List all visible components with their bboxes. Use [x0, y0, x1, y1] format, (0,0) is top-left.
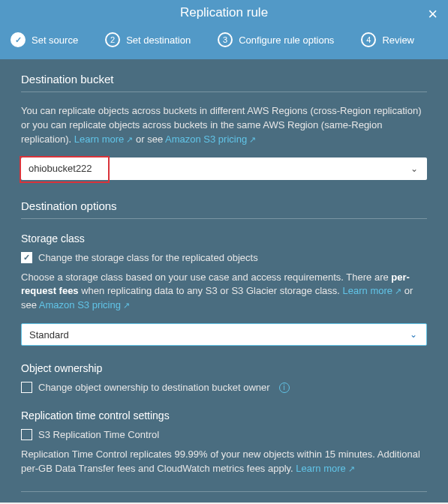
chevron-down-icon: ⌄: [410, 329, 417, 340]
modal-body: Destination bucket You can replicate obj…: [0, 59, 448, 502]
checkbox-label: S3 Replication Time Control: [38, 429, 159, 440]
select-value: ohiobucket222: [29, 163, 92, 174]
checkbox-icon[interactable]: [21, 252, 32, 263]
destination-bucket-title: Destination bucket: [21, 73, 427, 92]
storage-class-desc: Choose a storage class based on your use…: [21, 271, 427, 314]
desc-text: Choose a storage class based on your use…: [21, 272, 391, 283]
select-value: Standard: [29, 329, 69, 340]
step-number-icon: 3: [218, 32, 233, 47]
checkbox-icon[interactable]: [21, 382, 32, 393]
check-icon: [11, 32, 26, 47]
step-label: Set source: [32, 34, 78, 46]
step-review[interactable]: 4 Review: [361, 32, 414, 47]
step-number-icon: 2: [105, 32, 120, 47]
chevron-down-icon: ⌄: [410, 164, 418, 174]
desc-text: Replication Time Control replicates 99.9…: [21, 448, 420, 474]
wizard-stepper: Set source 2 Set destination 3 Configure…: [0, 25, 448, 59]
desc-text: or see: [136, 134, 165, 145]
rtc-desc: Replication Time Control replicates 99.9…: [21, 448, 427, 476]
checkbox-label: Change object ownership to destination b…: [38, 382, 270, 393]
learn-more-link[interactable]: Learn more: [343, 285, 402, 296]
s3-pricing-link[interactable]: Amazon S3 pricing: [165, 134, 256, 145]
destination-bucket-desc: You can replicate objects across buckets…: [21, 104, 427, 147]
destination-bucket-select[interactable]: ohiobucket222 ⌄: [21, 158, 427, 180]
close-icon[interactable]: ×: [428, 4, 437, 24]
step-number-icon: 4: [361, 32, 376, 47]
bucket-select-highlight: ohiobucket222 ⌄: [21, 158, 427, 180]
storage-class-heading: Storage class: [21, 232, 427, 244]
desc-text: when replicating data to any S3 or S3 Gl…: [81, 285, 342, 296]
destination-options-title: Destination options: [21, 200, 427, 219]
step-set-destination[interactable]: 2 Set destination: [105, 32, 191, 47]
step-label: Set destination: [126, 34, 191, 46]
learn-more-link[interactable]: Learn more: [74, 134, 134, 145]
step-configure-rule[interactable]: 3 Configure rule options: [218, 32, 334, 47]
step-set-source[interactable]: Set source: [11, 32, 78, 47]
storage-class-select[interactable]: Standard ⌄: [21, 323, 427, 346]
step-label: Configure rule options: [239, 34, 334, 46]
modal-header: Replication rule ×: [0, 0, 448, 25]
modal-title: Replication rule: [180, 5, 268, 20]
checkbox-icon[interactable]: [21, 429, 32, 440]
object-ownership-heading: Object ownership: [21, 362, 427, 374]
info-icon[interactable]: i: [279, 382, 290, 393]
s3-pricing-link[interactable]: Amazon S3 pricing: [39, 299, 130, 310]
storage-class-checkbox-row[interactable]: Change the storage class for the replica…: [21, 252, 427, 263]
rtc-heading: Replication time control settings: [21, 410, 427, 422]
ownership-checkbox-row[interactable]: Change object ownership to destination b…: [21, 382, 427, 393]
step-label: Review: [382, 34, 414, 46]
footer-buttons: Previous Next: [21, 491, 427, 502]
rtc-checkbox-row[interactable]: S3 Replication Time Control: [21, 429, 427, 440]
checkbox-label: Change the storage class for the replica…: [38, 252, 258, 263]
learn-more-link[interactable]: Learn more: [296, 463, 355, 474]
